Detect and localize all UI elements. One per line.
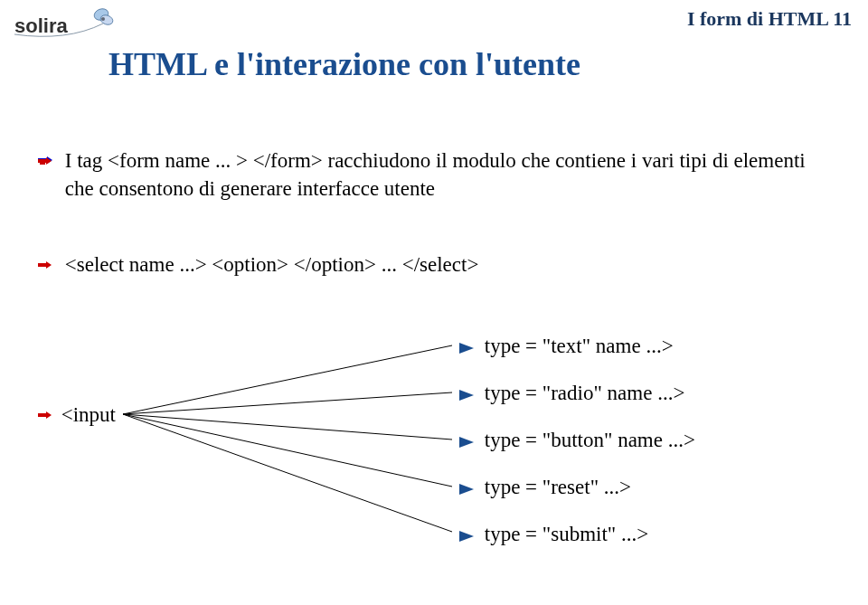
bullet-select-text: <select name ...> <option> </option> ...… xyxy=(65,253,479,276)
input-type-list: type = "text" name ...> type = "radio" n… xyxy=(459,335,695,570)
type-text: type = "text" name ...> xyxy=(459,335,695,358)
connector-lines xyxy=(118,335,461,605)
bullet-select-tag: <select name ...> <option> </option> ...… xyxy=(38,253,832,277)
slide-title: HTML e l'interazione con l'utente xyxy=(108,45,580,83)
type-reset-label: type = "reset" ...> xyxy=(485,476,631,498)
svg-line-3 xyxy=(123,345,452,414)
type-button: type = "button" name ...> xyxy=(459,429,695,452)
type-reset: type = "reset" ...> xyxy=(459,476,695,499)
type-submit-label: type = "submit" ...> xyxy=(485,523,648,545)
triangle-bullet-icon xyxy=(459,531,474,542)
svg-line-6 xyxy=(123,414,452,487)
logo: solira xyxy=(13,5,121,49)
svg-line-4 xyxy=(123,392,452,414)
bullet-arrow-icon xyxy=(38,147,60,175)
input-tag-text: <input xyxy=(61,403,116,426)
svg-line-5 xyxy=(123,414,452,440)
type-submit: type = "submit" ...> xyxy=(459,523,695,546)
type-button-label: type = "button" name ...> xyxy=(485,429,695,451)
triangle-bullet-icon xyxy=(459,437,474,448)
svg-point-2 xyxy=(101,17,105,21)
page-header: I form di HTML 11 xyxy=(687,7,852,31)
triangle-bullet-icon xyxy=(459,484,474,495)
triangle-bullet-icon xyxy=(459,343,474,354)
bullet-form-text: I tag <form name ... > </form> racchiudo… xyxy=(65,147,832,203)
type-radio-label: type = "radio" name ...> xyxy=(485,382,685,404)
type-radio: type = "radio" name ...> xyxy=(459,382,695,405)
bullet-form-tag: I tag <form name ... > </form> racchiudo… xyxy=(38,147,832,203)
triangle-bullet-icon xyxy=(459,390,474,401)
logo-text: solira xyxy=(14,14,68,37)
bullet-arrow-icon xyxy=(38,411,52,423)
input-tag-label: <input xyxy=(38,403,116,427)
type-text-label: type = "text" name ...> xyxy=(485,335,674,357)
bullet-arrow-icon xyxy=(38,253,60,277)
svg-line-7 xyxy=(123,414,452,532)
